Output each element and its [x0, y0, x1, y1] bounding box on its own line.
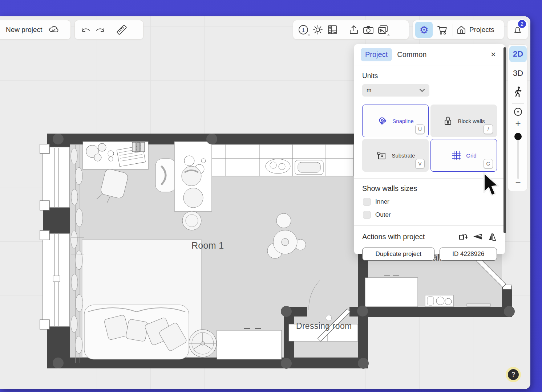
toolbar-divider [453, 24, 453, 36]
toggle-label: Grid [466, 152, 476, 159]
toggle-grid[interactable]: Grid G [430, 139, 497, 172]
view-2d-button[interactable]: 2D [509, 46, 527, 62]
shoe-cabinet[interactable] [425, 295, 453, 307]
rotate-icon[interactable] [458, 232, 468, 242]
sink [266, 159, 290, 173]
sofa[interactable] [84, 305, 189, 359]
chevron-down-icon [308, 34, 310, 37]
walls-sizes-heading: Show walls sizes [362, 184, 497, 193]
help-icon: ? [508, 369, 519, 380]
view-3d-button[interactable]: 3D [508, 67, 528, 79]
armchair[interactable] [155, 159, 176, 192]
tab-project[interactable]: Project [361, 48, 392, 61]
shortcut-chip: U [415, 124, 425, 134]
hall-wardrobe[interactable] [365, 276, 418, 307]
lock-icon [442, 115, 453, 126]
floor-selector[interactable]: 1 [296, 22, 311, 38]
bell-icon[interactable]: 2 [510, 22, 525, 38]
panel-scrollbar[interactable] [503, 47, 506, 233]
desk[interactable] [83, 142, 148, 170]
edit-tools-card [74, 20, 143, 40]
walk-icon [513, 86, 523, 98]
shortcut-chip: G [484, 159, 493, 168]
nav-card: ⚙ Projects [413, 20, 504, 40]
new-project-card: New project [0, 20, 71, 40]
flip-vertical-icon[interactable] [473, 232, 482, 242]
projects-label: Projects [469, 26, 494, 34]
toggle-label: Block walls [458, 118, 485, 124]
floor-number: 1 [302, 27, 305, 33]
units-select[interactable]: m [362, 84, 429, 97]
project-id-button[interactable]: ID 4228926 [440, 248, 497, 261]
zoom-slider-track[interactable] [517, 138, 519, 179]
settings-panel: Project Common × Units m [354, 44, 505, 254]
magnet-icon [377, 115, 388, 126]
settings-panel-header: Project Common × [354, 44, 505, 65]
home-icon [456, 25, 466, 34]
flip-horizontal-icon[interactable] [488, 232, 497, 242]
notifications-card: 2 [507, 20, 528, 40]
tab-common[interactable]: Common [397, 50, 426, 59]
walk-mode-button[interactable] [508, 85, 528, 99]
notification-badge: 2 [517, 19, 527, 29]
background-icon[interactable] [325, 22, 340, 38]
toggle-substrate[interactable]: Substrate V [362, 139, 429, 172]
outer-label: Outer [375, 211, 391, 219]
export-icon[interactable] [347, 22, 361, 38]
center-view-icon [513, 107, 523, 117]
chevron-down-icon [419, 89, 425, 92]
app-window: Room 1 Dressing room Hall New project [0, 16, 530, 389]
door-handle-dot [326, 315, 332, 321]
outer-checkbox[interactable] [363, 211, 371, 219]
zoom-out-button[interactable]: − [508, 177, 528, 188]
units-value: m [367, 87, 371, 94]
toggle-snapline[interactable]: Snapline U [362, 105, 429, 137]
toolbar-divider [111, 24, 111, 36]
duplicate-project-button[interactable]: Duplicate project [362, 248, 434, 261]
books [132, 142, 145, 152]
toggle-label: Substrate [392, 152, 415, 159]
kitchen-counter[interactable] [212, 144, 353, 176]
gallery-icon[interactable] [376, 22, 390, 38]
redo-button[interactable] [93, 22, 108, 38]
help-button[interactable]: ? [506, 367, 521, 382]
zoom-slider-knob[interactable] [514, 133, 522, 140]
gear-icon: ⚙ [419, 24, 428, 36]
shortcut-chip: / [484, 124, 493, 134]
center-view-button[interactable] [508, 106, 528, 117]
chevron-down-icon [387, 34, 390, 37]
view-tools-card: 1 [293, 20, 409, 40]
zoom-in-button[interactable]: + [508, 118, 528, 129]
cart-icon[interactable] [435, 22, 449, 38]
cloud-sync-icon[interactable] [46, 22, 61, 38]
shortcut-chip: V [415, 159, 425, 168]
units-label: Units [362, 72, 497, 80]
inner-label: Inner [375, 198, 389, 205]
camera-icon[interactable] [361, 22, 376, 38]
actions-heading: Actions with project [362, 233, 425, 241]
projects-button[interactable]: Projects [456, 22, 498, 38]
window[interactable] [40, 144, 70, 329]
toggle-block-walls[interactable]: Block walls / [430, 105, 497, 137]
view-sidebar: 2D 3D + − [508, 44, 527, 191]
toolbar-divider [343, 24, 343, 36]
checkbox-row-outer[interactable]: Outer [363, 211, 497, 219]
panel-divider [354, 178, 505, 179]
undo-button[interactable] [78, 22, 93, 38]
close-icon[interactable]: × [488, 49, 499, 60]
new-project-button[interactable]: New project [6, 26, 42, 34]
substrate-icon [376, 150, 387, 161]
stool [182, 211, 201, 230]
panel-divider [354, 225, 505, 226]
brightness-icon[interactable] [311, 22, 325, 38]
tv-cabinet[interactable] [217, 328, 282, 359]
grid-icon [451, 150, 462, 161]
checkbox-row-inner[interactable]: Inner [363, 198, 497, 206]
room-label-dressing: Dressing room [296, 321, 352, 331]
inner-checkbox[interactable] [363, 198, 371, 206]
settings-gear-button[interactable]: ⚙ [415, 22, 433, 38]
hall-bench[interactable] [467, 304, 490, 306]
sidebar-divider [512, 103, 524, 104]
ruler-icon[interactable] [114, 22, 129, 38]
fan[interactable] [189, 330, 217, 357]
